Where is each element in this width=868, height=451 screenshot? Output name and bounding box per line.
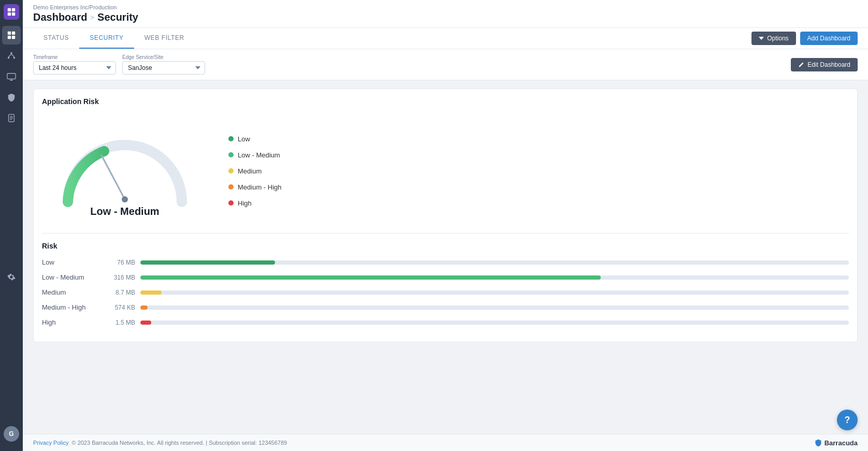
risk-row-low: Low 76 MB — [42, 258, 849, 266]
legend-medium-high: Medium - High — [228, 183, 282, 191]
breadcrumb-home[interactable]: Dashboard — [33, 11, 87, 23]
risk-title: Risk — [42, 242, 849, 250]
edge-filter: Edge Service/Site SanJose — [122, 54, 205, 75]
risk-bar-track-medium-high — [140, 305, 849, 310]
user-avatar[interactable]: G — [4, 426, 19, 442]
svg-rect-5 — [12, 32, 15, 35]
svg-line-11 — [9, 54, 11, 56]
legend-medium: Medium — [228, 167, 282, 175]
sidebar: G — [0, 0, 23, 451]
footer-brand-name: Barracuda — [824, 439, 858, 447]
risk-bar-track-high — [140, 321, 849, 325]
legend-low: Low — [228, 135, 282, 143]
risk-bar-fill-high — [140, 321, 151, 325]
sidebar-item-settings[interactable] — [2, 268, 21, 286]
risk-value-medium: 8.7 MB — [104, 289, 135, 296]
tab-status[interactable]: STATUS — [33, 28, 79, 49]
legend-low-medium: Low - Medium — [228, 151, 282, 159]
svg-rect-3 — [12, 12, 15, 16]
risk-bar-track-low — [140, 260, 849, 265]
footer: Privacy Policy © 2023 Barracuda Networks… — [23, 434, 868, 451]
legend-label-low-medium: Low - Medium — [238, 151, 280, 159]
filters-row: Timeframe Last 24 hours Edge Service/Sit… — [23, 49, 868, 80]
timeframe-label: Timeframe — [33, 54, 116, 60]
svg-rect-4 — [8, 32, 11, 35]
risk-row-high: High 1.5 MB — [42, 318, 849, 326]
svg-point-8 — [10, 52, 12, 54]
application-risk-widget: Application Risk — [33, 89, 858, 342]
sidebar-item-topology[interactable] — [2, 47, 21, 65]
legend-dot-high — [228, 200, 234, 206]
tab-webfilter[interactable]: WEB FILTER — [134, 28, 195, 49]
risk-bar-fill-low-medium — [140, 275, 601, 280]
edit-dashboard-button[interactable]: Edit Dashboard — [791, 58, 858, 71]
risk-value-high: 1.5 MB — [104, 319, 135, 326]
breadcrumb-org: Demo Enterprises Inc/Production — [33, 4, 117, 10]
risk-label-low-medium: Low - Medium — [42, 273, 104, 281]
risk-row-low-medium: Low - Medium 316 MB — [42, 273, 849, 281]
timeframe-select[interactable]: Last 24 hours — [33, 61, 116, 75]
header: Demo Enterprises Inc/Production Dashboar… — [23, 0, 868, 28]
svg-line-20 — [102, 155, 125, 199]
svg-point-21 — [122, 196, 128, 202]
risk-bar-fill-medium — [140, 290, 162, 295]
risk-label-low: Low — [42, 258, 104, 266]
risk-bar-track-medium — [140, 290, 849, 295]
legend-label-low: Low — [238, 135, 250, 143]
help-button[interactable]: ? — [837, 410, 858, 430]
options-button[interactable]: Options — [751, 32, 795, 45]
edge-label: Edge Service/Site — [122, 54, 205, 60]
sidebar-item-monitor[interactable] — [2, 67, 21, 86]
application-risk-title: Application Risk — [42, 97, 849, 106]
risk-label-high: High — [42, 318, 104, 326]
risk-label-medium: Medium — [42, 288, 104, 296]
svg-rect-7 — [12, 36, 15, 39]
sidebar-item-logs[interactable] — [2, 109, 21, 127]
risk-value-medium-high: 574 KB — [104, 304, 135, 311]
tab-security[interactable]: SECURITY — [79, 28, 134, 49]
risk-value-low: 76 MB — [104, 259, 135, 266]
breadcrumb: Demo Enterprises Inc/Production — [33, 4, 858, 10]
risk-value-low-medium: 316 MB — [104, 274, 135, 281]
edge-select[interactable]: SanJose — [122, 61, 205, 75]
risk-bar-track-low-medium — [140, 275, 849, 280]
legend-high: High — [228, 199, 282, 207]
risk-section: Risk Low 76 MB Low - Medium 316 MB — [42, 233, 849, 326]
legend-label-medium: Medium — [238, 167, 262, 175]
legend-label-high: High — [238, 199, 252, 207]
options-label: Options — [767, 35, 788, 42]
edit-dashboard-label: Edit Dashboard — [807, 61, 850, 68]
gauge-legend: Low Low - Medium Medium Medium - Hi — [228, 135, 282, 207]
svg-line-12 — [11, 54, 14, 56]
app-logo[interactable] — [4, 4, 19, 20]
sidebar-item-dashboard[interactable] — [2, 26, 21, 45]
add-dashboard-button[interactable]: Add Dashboard — [800, 32, 858, 45]
sidebar-item-security[interactable] — [2, 88, 21, 107]
legend-label-medium-high: Medium - High — [238, 183, 282, 191]
risk-bar-fill-low — [140, 260, 275, 265]
risk-row-medium: Medium 8.7 MB — [42, 288, 849, 296]
legend-dot-medium — [228, 168, 234, 173]
privacy-policy-link[interactable]: Privacy Policy — [33, 440, 68, 446]
svg-rect-13 — [7, 74, 16, 79]
gauge-container: Low - Medium — [52, 119, 197, 223]
svg-text:Low - Medium: Low - Medium — [90, 206, 159, 217]
dashboard-area: Application Risk — [23, 80, 868, 434]
svg-rect-1 — [12, 8, 15, 11]
footer-brand: Barracuda — [814, 439, 858, 447]
risk-label-medium-high: Medium - High — [42, 303, 104, 311]
risk-row-medium-high: Medium - High 574 KB — [42, 303, 849, 311]
gauge-section: Low - Medium Low Low - Medium — [42, 114, 849, 233]
svg-rect-6 — [8, 36, 11, 39]
timeframe-filter: Timeframe Last 24 hours — [33, 54, 116, 75]
legend-dot-medium-high — [228, 184, 234, 190]
legend-dot-low-medium — [228, 152, 234, 157]
footer-copyright: © 2023 Barracuda Networks, Inc. All righ… — [71, 440, 287, 446]
svg-rect-2 — [8, 12, 11, 16]
tabs-bar: STATUS SECURITY WEB FILTER Options Add D… — [23, 28, 868, 49]
svg-rect-0 — [8, 8, 11, 11]
svg-point-10 — [13, 57, 16, 59]
svg-point-9 — [8, 57, 10, 59]
main-content: Demo Enterprises Inc/Production Dashboar… — [23, 0, 868, 451]
page-title: Security — [97, 11, 138, 23]
